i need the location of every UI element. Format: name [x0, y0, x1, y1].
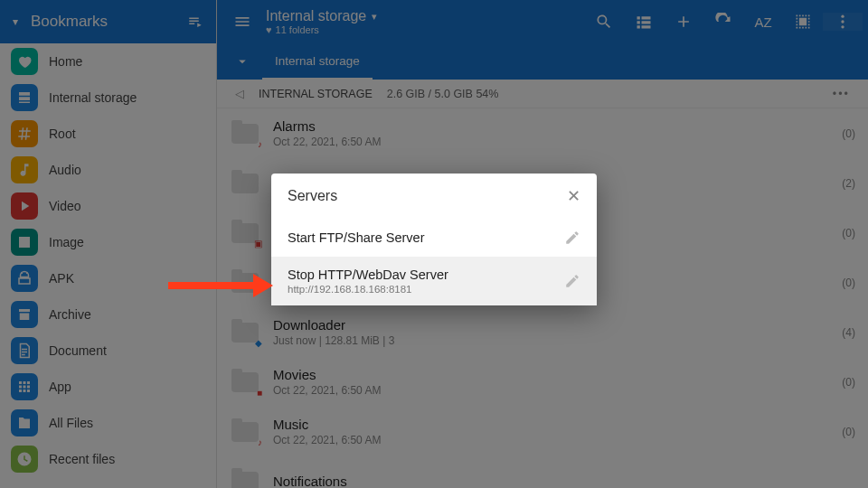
- close-icon[interactable]: ✕: [567, 186, 580, 206]
- edit-icon[interactable]: [564, 273, 580, 289]
- server-item[interactable]: Stop HTTP/WebDav Serverhttp://192.168.18…: [271, 257, 597, 305]
- servers-dialog: Servers ✕ Start FTP/Share ServerStop HTT…: [271, 174, 597, 305]
- server-url: http://192.168.18.168:8181: [288, 284, 564, 295]
- server-label: Start FTP/Share Server: [288, 230, 564, 245]
- server-item[interactable]: Start FTP/Share Server: [271, 219, 597, 257]
- edit-icon[interactable]: [564, 230, 580, 246]
- dialog-title: Servers: [288, 188, 567, 204]
- server-label: Stop HTTP/WebDav Server: [288, 267, 564, 282]
